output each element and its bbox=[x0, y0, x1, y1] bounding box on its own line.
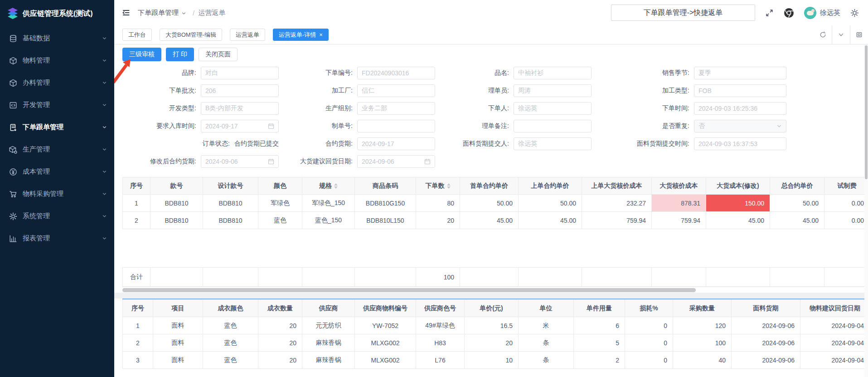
order-table-column-header[interactable]: 规格 bbox=[302, 177, 355, 195]
contract-delivery-input[interactable]: 2024-09-17 bbox=[357, 137, 435, 150]
third-level-review-button[interactable]: 三级审核 bbox=[122, 48, 161, 61]
chevron-down-icon bbox=[776, 123, 782, 129]
material-table-cell: 条 bbox=[519, 334, 574, 352]
order-batch-field: 下单批次:206 bbox=[122, 84, 279, 97]
production-group-label: 生产组别: bbox=[279, 104, 357, 113]
sort-carets-icon[interactable] bbox=[334, 183, 338, 189]
sidebar-item-dev-mgmt[interactable]: 开发管理 bbox=[0, 94, 114, 116]
material-table-row[interactable]: 1面料蓝色20元无纺织YW-705249#草绿色16.5米601202024-0… bbox=[123, 317, 868, 334]
order-time-value: 2024-09-03 16:25:36 bbox=[698, 105, 757, 112]
browser-icon[interactable] bbox=[784, 8, 794, 18]
sidebar-item-order-tracking-mgmt[interactable]: 下单跟单管理 bbox=[0, 116, 114, 138]
factory-input[interactable]: 侣仁 bbox=[357, 84, 435, 97]
material-table-cell: 麻辣香锅 bbox=[302, 352, 355, 369]
fabric-delivery-submitter-input[interactable]: 徐远英 bbox=[514, 137, 592, 150]
breadcrumb-root[interactable]: 下单跟单管理 bbox=[138, 9, 179, 17]
sidebar-item-base-data[interactable]: 基础数据 bbox=[0, 27, 114, 49]
sales-season-input[interactable]: 夏季 bbox=[694, 67, 786, 79]
sidebar-item-label: 办料管理 bbox=[23, 78, 102, 87]
maximize-icon[interactable] bbox=[850, 25, 868, 44]
order-table-cell: BDB810 bbox=[150, 212, 203, 229]
material-table-cell: 蓝色 bbox=[203, 317, 258, 334]
refresh-icon[interactable] bbox=[814, 25, 832, 44]
order-batch-input[interactable]: 206 bbox=[201, 84, 279, 97]
sidebar-item-report-mgmt[interactable]: 报表管理 bbox=[0, 227, 114, 250]
order-no-label: 下单编号: bbox=[279, 69, 357, 77]
material-table-cell: 2024-09-04 bbox=[800, 352, 868, 369]
material-table-cell: 0 bbox=[625, 352, 673, 369]
order-time-input[interactable]: 2024-09-03 16:25:36 bbox=[694, 102, 786, 115]
material-table-header-row: 序号项目成衣颜色成衣数量供应商供应商物料编号供应商色号单价(元)单位单件用量损耗… bbox=[123, 300, 868, 317]
order-time-label: 下单时间: bbox=[592, 104, 694, 113]
material-table-cell: 2024-09-06 bbox=[732, 317, 800, 334]
brand-input[interactable]: 对白 bbox=[201, 67, 279, 79]
factory-field: 加工厂:侣仁 bbox=[279, 84, 435, 97]
summary-cell bbox=[519, 268, 582, 287]
product-name-input[interactable]: 中袖衬衫 bbox=[514, 67, 592, 79]
sidebar-item-cost-mgmt[interactable]: 成本管理 bbox=[0, 161, 114, 183]
username[interactable]: 徐远英 bbox=[820, 9, 840, 17]
modified-contract-delivery-input[interactable]: 2024-09-06 bbox=[201, 155, 279, 168]
order-clerk-input[interactable]: 周涛 bbox=[514, 84, 592, 97]
close-page-button[interactable]: 关闭页面 bbox=[199, 48, 238, 61]
material-table-cell: 面料 bbox=[153, 352, 203, 369]
material-table-cell: L76 bbox=[416, 352, 465, 369]
production-group-input[interactable]: 业务二部 bbox=[357, 102, 435, 115]
material-table-row[interactable]: 2面料蓝色20麻辣香锅MLXG002H8320条501002024-09-062… bbox=[123, 334, 868, 352]
material-table-cell: 0 bbox=[625, 317, 673, 334]
settings-gear-icon[interactable] bbox=[850, 9, 859, 17]
material-table-cell: 2 bbox=[123, 334, 153, 352]
sidebar-collapse-icon[interactable] bbox=[121, 8, 131, 17]
fullscreen-icon[interactable] bbox=[765, 9, 774, 17]
horizontal-scrollbar[interactable] bbox=[122, 287, 868, 293]
scrollbar-thumb[interactable] bbox=[865, 45, 868, 179]
sidebar-item-material-mgmt[interactable]: 物料管理 bbox=[0, 49, 114, 72]
order-no-input[interactable]: FD20240903016 bbox=[357, 67, 435, 79]
order-person-input[interactable]: 徐远英 bbox=[514, 102, 592, 115]
tab-operation-return[interactable]: 运营返单 bbox=[230, 29, 265, 41]
material-table-cell: 16.5 bbox=[465, 317, 519, 334]
box-icon bbox=[9, 79, 17, 87]
required-inbound-time-input[interactable]: 2024-09-17 bbox=[201, 120, 279, 132]
bulk-suggested-return-date-input[interactable]: 2024-09-06 bbox=[357, 155, 435, 168]
process-type-input[interactable]: FOB bbox=[694, 84, 786, 97]
sidebar-item-system-mgmt[interactable]: 系统管理 bbox=[0, 205, 114, 227]
order-no-value: FD20240903016 bbox=[362, 69, 409, 77]
sidebar-item-sample-material-mgmt[interactable]: 办料管理 bbox=[0, 72, 114, 94]
material-table-cell: 0 bbox=[625, 334, 673, 352]
close-tab-icon[interactable]: × bbox=[319, 32, 323, 38]
material-table-cell: 条 bbox=[519, 352, 574, 369]
material-table-cell: 面料 bbox=[153, 317, 203, 334]
modified-contract-delivery-value: 2024-09-06 bbox=[205, 158, 238, 165]
is-repeat-input[interactable]: 否 bbox=[694, 120, 786, 132]
tab-operation-return-detail[interactable]: 运营返单-详情 × bbox=[273, 29, 329, 41]
order-table-cell: 759.94 bbox=[652, 212, 706, 229]
chevron-down-icon[interactable] bbox=[832, 25, 850, 44]
quick-nav-input[interactable]: 下单跟单管理->快捷返单 bbox=[611, 5, 755, 21]
order-table-row[interactable]: 2BDB810BDB810蓝色蓝色_150BDB810L1502045.0045… bbox=[123, 212, 868, 229]
vertical-scrollbar[interactable] bbox=[864, 44, 868, 377]
gear-icon bbox=[9, 212, 17, 220]
order-clerk-value: 周涛 bbox=[518, 87, 531, 95]
dev-type-input[interactable]: B类-内部开发 bbox=[201, 102, 279, 115]
doc-no-input[interactable] bbox=[357, 120, 435, 132]
print-button[interactable]: 打 印 bbox=[166, 48, 194, 61]
scrollbar-thumb[interactable] bbox=[122, 288, 696, 292]
clerk-remark-input[interactable] bbox=[514, 120, 592, 132]
tab-workbench[interactable]: 工作台 bbox=[122, 29, 152, 41]
order-table-column-header: 款号 bbox=[150, 177, 203, 195]
process-type-field: 加工类型:FOB bbox=[592, 84, 786, 97]
contract-delivery-label: 合约货期: bbox=[279, 140, 357, 148]
sidebar-item-material-purchase-mgmt[interactable]: 物料采购管理 bbox=[0, 183, 114, 205]
sidebar-item-production-mgmt[interactable]: 生产管理 bbox=[0, 138, 114, 161]
material-table-cell: 元无纺织 bbox=[302, 317, 355, 334]
tab-bom-edit[interactable]: 大货BOM管理-编辑 bbox=[160, 29, 222, 41]
required-inbound-time-field: 要求入库时间:2024-09-17 bbox=[122, 120, 279, 132]
order-table-row[interactable]: 1BDB810BDB810军绿色军绿色_150BDB810G1508050.00… bbox=[123, 195, 868, 212]
order-table-column-header[interactable]: 下单数 bbox=[416, 177, 460, 195]
avatar[interactable] bbox=[804, 7, 816, 19]
database-icon bbox=[9, 34, 17, 43]
sort-carets-icon[interactable] bbox=[447, 183, 451, 189]
fabric-delivery-submit-time-input[interactable]: 2024-09-03 16:37:53 bbox=[694, 137, 786, 150]
material-table-row[interactable]: 3面料蓝色20麻辣香锅MLXG002L7610条20402024-09-0620… bbox=[123, 352, 868, 369]
